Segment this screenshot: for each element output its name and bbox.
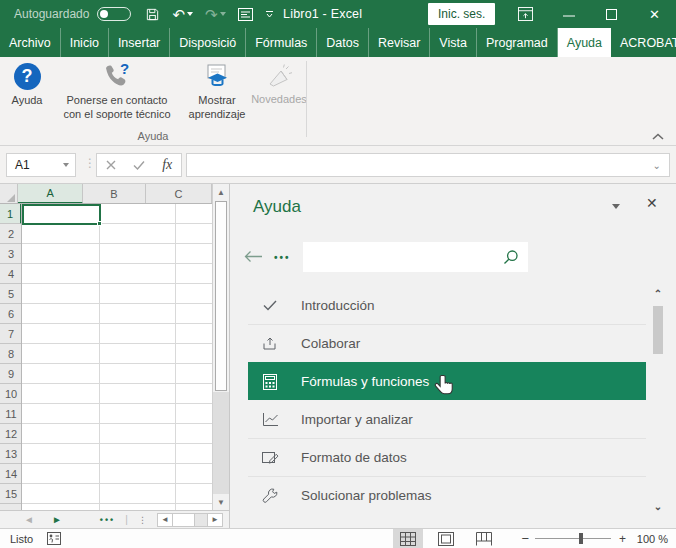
help-search-box[interactable] (303, 242, 528, 272)
tab-datos[interactable]: Datos (317, 28, 369, 57)
vertical-scrollbar[interactable]: ▲ ▼ (212, 184, 229, 510)
minimize-button[interactable] (547, 0, 590, 28)
scroll-down-arrow-icon[interactable]: ▼ (213, 494, 229, 510)
select-all-corner[interactable] (0, 184, 18, 204)
qat-overflow-button[interactable] (265, 10, 274, 19)
help-pane-scrollbar[interactable]: ⌃ ⌄ (651, 288, 665, 512)
tab-revisar[interactable]: Revisar (369, 28, 430, 57)
zoom-slider[interactable] (535, 538, 611, 539)
help-item-introduccion[interactable]: Introducción (248, 286, 646, 324)
normal-view-button[interactable] (393, 529, 423, 548)
zoom-in-button[interactable]: + (611, 532, 634, 546)
collapse-ribbon-button[interactable] (652, 133, 664, 140)
row-header[interactable]: 6 (0, 304, 22, 324)
gridline (99, 204, 100, 510)
tab-formulas[interactable]: Fórmulas (246, 28, 317, 57)
save-icon (145, 7, 160, 22)
zoom-level[interactable]: 100 % (634, 533, 668, 545)
tab-insertar[interactable]: Insertar (109, 28, 170, 57)
row-header[interactable]: 11 (0, 404, 22, 424)
zoom-slider-thumb[interactable] (579, 533, 583, 544)
column-header-b[interactable]: B (83, 184, 146, 204)
tab-acrobat[interactable]: ACROBAT (611, 28, 676, 57)
tab-disposicion[interactable]: Disposició (170, 28, 246, 57)
page-layout-view-button[interactable] (431, 529, 461, 548)
customize-qat-button[interactable] (238, 8, 253, 21)
help-item-formato-de-datos[interactable]: Formato de datos (248, 438, 646, 476)
main-area: A B C 1 2 3 4 5 6 7 8 9 10 11 12 13 14 1… (0, 184, 676, 528)
autosave-toggle[interactable] (97, 7, 131, 21)
scroll-down-chevron-icon[interactable]: ⌄ (651, 501, 665, 512)
row-header[interactable]: 8 (0, 344, 22, 364)
show-training-button[interactable]: Mostraraprendizaje (184, 63, 250, 122)
next-sheet-button[interactable]: ► (52, 514, 62, 525)
row-header[interactable]: 5 (0, 284, 22, 304)
zoom-out-button[interactable]: − (515, 531, 535, 546)
help-search-input[interactable] (303, 242, 503, 272)
tab-archivo[interactable]: Archivo (0, 28, 61, 57)
horizontal-scrollbar[interactable]: ◄ ► (157, 513, 223, 527)
redo-button[interactable]: ↷ (205, 7, 226, 22)
scroll-thumb[interactable] (215, 201, 227, 391)
row-header[interactable]: 2 (0, 224, 22, 244)
tab-inicio[interactable]: Inicio (61, 28, 109, 57)
column-header-c[interactable]: C (146, 184, 212, 204)
confirm-entry-button[interactable] (133, 160, 145, 170)
scroll-up-arrow-icon[interactable]: ▲ (213, 184, 229, 200)
back-button[interactable] (244, 250, 263, 263)
row-header[interactable]: 7 (0, 324, 22, 344)
hscroll-thumb[interactable] (173, 514, 195, 526)
name-box[interactable]: A1 (6, 153, 76, 177)
sheet-more-button[interactable]: ••• (100, 515, 115, 525)
row-header[interactable]: 15 (0, 484, 22, 504)
undo-button[interactable]: ↶ (172, 7, 193, 22)
close-button[interactable]: ✕ (633, 0, 676, 28)
row-header[interactable]: 10 (0, 384, 22, 404)
row-header[interactable]: 14 (0, 464, 22, 484)
share-icon (261, 336, 279, 351)
help-item-label: Formato de datos (301, 450, 407, 465)
ribbon: ? Ayuda ? Ponerse en contactocon el sopo… (0, 57, 676, 146)
scroll-thumb[interactable] (653, 306, 663, 354)
prev-sheet-button[interactable]: ◄ (24, 514, 34, 525)
sign-in-button[interactable]: Inic. ses. (428, 3, 495, 25)
tab-ayuda[interactable]: Ayuda (558, 28, 611, 57)
svg-text:?: ? (120, 63, 129, 77)
maximize-button[interactable] (590, 0, 633, 28)
page-break-view-button[interactable] (469, 529, 499, 548)
accessibility-icon[interactable] (47, 532, 61, 545)
whats-new-button[interactable]: Novedades (252, 63, 306, 107)
row-header[interactable]: 4 (0, 264, 22, 284)
row-header[interactable]: 12 (0, 424, 22, 444)
row-header[interactable]: 13 (0, 444, 22, 464)
scroll-right-arrow-icon[interactable]: ► (207, 514, 222, 526)
fill-handle[interactable] (97, 221, 102, 226)
pane-options-chevron-icon[interactable] (612, 204, 620, 209)
pane-close-button[interactable]: ✕ (646, 195, 658, 211)
column-header-a[interactable]: A (18, 184, 83, 204)
scroll-left-arrow-icon[interactable]: ◄ (158, 514, 173, 526)
formula-input[interactable]: ⌄ (186, 153, 670, 177)
ribbon-display-options-button[interactable] (504, 0, 547, 28)
contact-support-button[interactable]: ? Ponerse en contactocon el soporte técn… (52, 63, 182, 122)
splitter-dots-icon[interactable]: ⋮ (138, 515, 147, 525)
selected-cell-a1[interactable] (22, 204, 101, 225)
cancel-entry-button[interactable] (106, 160, 116, 170)
insert-function-button[interactable]: fx (162, 157, 172, 173)
save-button[interactable] (145, 7, 160, 22)
scroll-track[interactable] (213, 392, 229, 494)
row-header[interactable]: 3 (0, 244, 22, 264)
redo-icon: ↷ (205, 7, 218, 22)
help-item-solucionar-problemas[interactable]: Solucionar problemas (248, 476, 646, 514)
row-header[interactable]: 1 (0, 204, 22, 224)
tab-programador[interactable]: Programad (477, 28, 558, 57)
help-item-importar-y-analizar[interactable]: Importar y analizar (248, 400, 646, 438)
sheet-cells[interactable] (22, 204, 212, 510)
help-item-colaborar[interactable]: Colaborar (248, 324, 646, 362)
scroll-up-chevron-icon[interactable]: ⌃ (651, 288, 665, 299)
search-icon[interactable] (503, 249, 519, 265)
row-header[interactable]: 9 (0, 364, 22, 384)
pane-more-button[interactable]: ••• (274, 252, 291, 263)
help-button[interactable]: ? Ayuda (4, 63, 50, 108)
tab-vista[interactable]: Vista (430, 28, 477, 57)
